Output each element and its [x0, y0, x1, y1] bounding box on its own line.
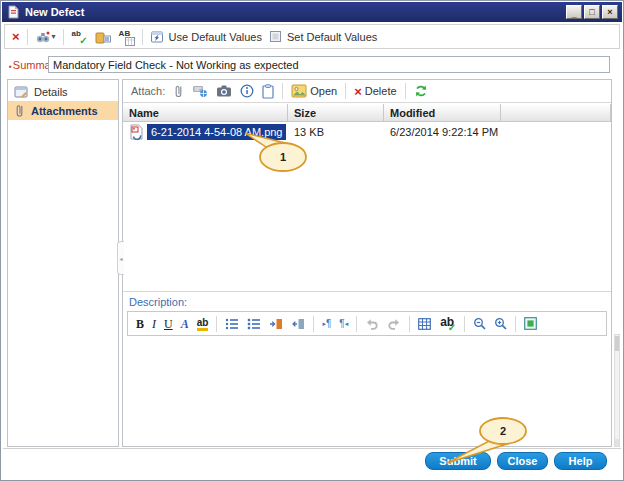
callout-2-number: 2 — [500, 425, 506, 437]
toolbar-separator — [63, 29, 64, 45]
use-default-values-button[interactable]: Use Default Values — [150, 30, 262, 44]
toolbar-separator — [405, 83, 406, 99]
column-header-empty — [501, 104, 611, 121]
redo-icon[interactable] — [387, 318, 401, 330]
highlight-button[interactable]: ab — [197, 317, 209, 331]
bold-button[interactable]: B — [136, 318, 144, 330]
description-content[interactable] — [127, 337, 607, 444]
zoom-out-icon[interactable] — [473, 317, 486, 330]
use-default-values-icon — [150, 30, 164, 44]
description-label: Description: — [129, 296, 187, 308]
spelling-options-icon[interactable]: AB — [118, 29, 135, 45]
attachment-row[interactable]: 6-21-2014 4-54-08 AM.png 13 KB 6/23/2014… — [123, 122, 611, 142]
font-color-button[interactable]: A — [181, 318, 189, 330]
delete-attachment-button[interactable]: × Delete — [354, 85, 396, 98]
attach-snapshot-camera-icon[interactable] — [216, 85, 232, 97]
decrease-indent-icon[interactable] — [291, 318, 305, 330]
titlebar: New Defect _ □ × — [2, 2, 622, 22]
toolbar-separator — [27, 29, 28, 45]
zoom-in-icon[interactable] — [494, 317, 507, 330]
toolbar-separator — [142, 29, 143, 45]
numbered-list-icon[interactable] — [247, 318, 261, 330]
attachments-panel: Attach: Open × De — [122, 79, 612, 447]
new-defect-dialog: New Defect _ □ × × ▾ ab ✓ AB Use Default — [0, 0, 624, 481]
description-rte-toolbar: B I U A ab ▸¶ ¶◂ — [127, 311, 607, 336]
fullscreen-icon[interactable] — [524, 317, 537, 330]
maximize-button[interactable]: □ — [584, 5, 600, 19]
minimize-button[interactable]: _ — [566, 5, 582, 19]
refresh-icon[interactable] — [414, 84, 428, 98]
window-title: New Defect — [25, 6, 566, 18]
underline-button[interactable]: U — [164, 318, 173, 330]
callout-1-balloon: 1 — [237, 128, 313, 176]
close-window-button[interactable]: × — [602, 5, 618, 19]
bullet-list-icon[interactable] — [225, 318, 239, 330]
rte-spell-check-icon[interactable]: ab ✓ — [439, 316, 456, 332]
attach-file-paperclip-icon[interactable] — [173, 83, 184, 99]
set-default-values-button[interactable]: Set Default Values — [269, 30, 377, 43]
rtl-paragraph-icon[interactable]: ¶◂ — [339, 319, 348, 329]
thesaurus-icon[interactable] — [95, 29, 111, 45]
required-field-bullet: ▪ — [9, 62, 12, 71]
attachments-toolbar: Attach: Open × De — [123, 80, 611, 103]
open-file-icon — [291, 84, 307, 98]
delete-x-icon: × — [354, 85, 362, 98]
sidebar-item-attachments[interactable]: Attachments — [8, 101, 118, 120]
increase-indent-icon[interactable] — [269, 318, 283, 330]
column-header-size[interactable]: Size — [288, 104, 384, 121]
defect-pages-sidebar: Details Attachments — [7, 79, 119, 447]
callout-2-balloon: 2 — [439, 415, 529, 467]
sidebar-item-details[interactable]: Details — [8, 82, 118, 101]
help-button[interactable]: Help — [554, 452, 607, 470]
italic-button[interactable]: I — [152, 318, 156, 330]
callout-1-number: 1 — [280, 151, 286, 163]
sidebar-item-label: Details — [34, 86, 68, 98]
toolbar-separator — [345, 83, 346, 99]
attach-clipboard-icon[interactable] — [262, 84, 274, 99]
clear-fields-icon[interactable]: × — [12, 30, 20, 43]
column-header-name[interactable]: Name — [123, 104, 288, 121]
paperclip-icon — [14, 103, 25, 118]
ltr-paragraph-icon[interactable]: ▸¶ — [322, 319, 331, 329]
attach-label: Attach: — [131, 85, 165, 97]
attachment-modified: 6/23/2014 9:22:14 PM — [384, 126, 501, 138]
dropdown-caret-icon[interactable]: ▾ — [52, 32, 56, 41]
set-default-values-icon — [269, 30, 282, 43]
undo-icon[interactable] — [365, 318, 379, 330]
main-toolbar: × ▾ ab ✓ AB Use Default Values Set Defau… — [4, 24, 620, 49]
insert-table-icon[interactable] — [418, 318, 431, 330]
defect-document-icon — [6, 5, 20, 19]
attachments-table-header: Name Size Modified — [123, 104, 611, 122]
scrollbar-down-arrow[interactable] — [615, 439, 619, 446]
sidebar-item-label: Attachments — [31, 105, 98, 117]
spell-check-icon[interactable]: ab ✓ — [71, 29, 88, 45]
attach-system-info-icon[interactable] — [240, 84, 254, 98]
toolbar-separator — [282, 83, 283, 99]
description-separator — [123, 291, 611, 292]
find-similar-binoculars-icon[interactable]: ▾ — [35, 29, 56, 45]
attach-url-icon[interactable] — [192, 84, 208, 98]
panel-scrollbar[interactable] — [614, 334, 620, 447]
scrollbar-thumb[interactable] — [615, 336, 619, 351]
png-file-icon — [129, 124, 144, 140]
details-form-icon — [14, 85, 28, 99]
column-header-modified[interactable]: Modified — [384, 104, 501, 121]
open-attachment-button[interactable]: Open — [291, 84, 337, 98]
sidebar-collapse-handle[interactable]: ◂ — [117, 241, 124, 275]
summary-input[interactable] — [48, 56, 610, 73]
